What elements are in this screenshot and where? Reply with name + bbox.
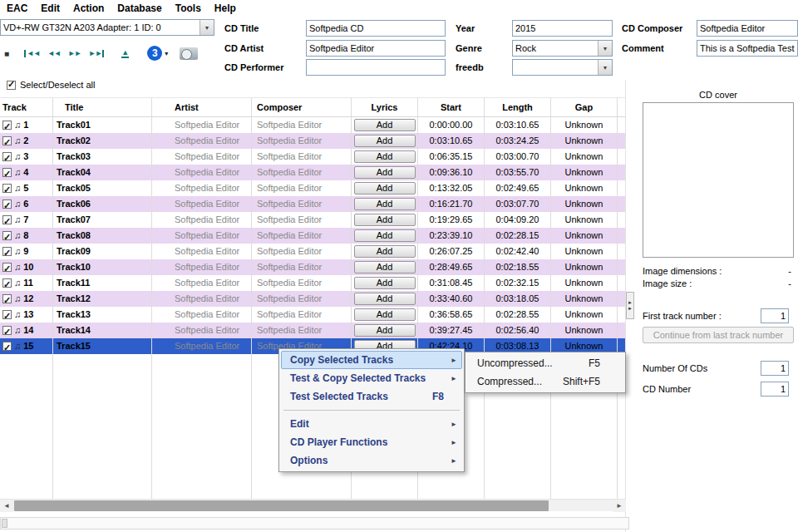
add-lyrics-button[interactable]: Add [354, 166, 416, 179]
prev-track-icon[interactable]: ◄◄ [24, 49, 40, 57]
menu-action[interactable]: Action [66, 2, 111, 14]
add-lyrics-button[interactable]: Add [354, 198, 416, 210]
table-row[interactable]: ♫7Track07Softpedia EditorSoftpedia Edito… [0, 212, 626, 228]
track-checkbox[interactable] [2, 342, 12, 351]
table-row[interactable]: ♫3Track03Softpedia EditorSoftpedia Edito… [0, 149, 626, 165]
eject-icon[interactable]: ▲ [121, 49, 129, 58]
chevron-down-icon[interactable]: ▼ [200, 20, 214, 35]
drive-selector[interactable]: VD+-RW GT32N A203 Adapter: 1 ID: 0 ▼ [0, 19, 214, 36]
track-checkbox[interactable] [2, 247, 12, 256]
bottom-scrollbar[interactable] [0, 517, 629, 530]
menu-item[interactable]: CD Player Functions► [281, 433, 462, 451]
table-row[interactable]: ♫8Track08Softpedia EditorSoftpedia Edito… [0, 228, 626, 244]
menu-tools[interactable]: Tools [169, 2, 208, 14]
scroll-right-icon[interactable]: ► [613, 500, 626, 512]
add-lyrics-button[interactable]: Add [354, 214, 416, 226]
menu-edit[interactable]: Edit [34, 2, 66, 14]
profile-badge[interactable]: 3 [147, 46, 162, 61]
add-lyrics-button[interactable]: Add [354, 182, 416, 195]
track-checkbox[interactable] [2, 294, 12, 303]
track-checkbox[interactable] [2, 200, 12, 209]
add-lyrics-button[interactable]: Add [354, 277, 416, 289]
table-row[interactable]: ♫4Track04Softpedia EditorSoftpedia Edito… [0, 165, 626, 180]
scroll-left-icon[interactable]: ◄ [0, 500, 13, 512]
submenu-shortcut: F5 [589, 357, 615, 369]
table-row[interactable]: ♫12Track12Softpedia EditorSoftpedia Edit… [0, 291, 626, 307]
cd-drive-icon[interactable] [180, 47, 198, 60]
track-checkbox[interactable] [2, 215, 12, 224]
select-all-checkbox[interactable] [7, 81, 16, 90]
genre-select[interactable]: Rock ▼ [512, 40, 613, 57]
cd-artist-input[interactable] [306, 40, 446, 57]
track-cell: ♫9 [0, 244, 53, 259]
table-row[interactable]: ♫14Track14Softpedia EditorSoftpedia Edit… [0, 323, 626, 338]
lyrics-cell: Add [352, 212, 418, 228]
cd-number-input[interactable] [761, 382, 789, 397]
track-checkbox[interactable] [2, 278, 12, 288]
menu-item[interactable]: Test & Copy Selected Tracks► [281, 369, 462, 387]
track-checkbox[interactable] [2, 231, 12, 240]
continue-from-last-track-button[interactable]: Continue from last track number [643, 327, 794, 343]
stop-icon[interactable]: ■ [4, 49, 9, 58]
scrollbar-thumb[interactable] [14, 500, 549, 511]
submenu-item[interactable]: Compressed...Shift+F5 [467, 372, 623, 391]
table-row[interactable]: ♫10Track10Softpedia EditorSoftpedia Edit… [0, 259, 626, 275]
table-row[interactable]: ♫13Track13Softpedia EditorSoftpedia Edit… [0, 307, 626, 323]
track-length: 0:02:28.55 [485, 307, 551, 323]
table-row[interactable]: ♫5Track05Softpedia EditorSoftpedia Edito… [0, 180, 626, 196]
freedb-select[interactable]: ▼ [512, 59, 613, 76]
track-cell: ♫2 [0, 133, 53, 149]
track-checkbox[interactable] [2, 310, 12, 319]
track-checkbox[interactable] [2, 152, 12, 161]
track-checkbox[interactable] [2, 326, 12, 335]
cd-title-input[interactable] [306, 20, 446, 37]
fast-forward-icon[interactable]: ►► [68, 49, 81, 57]
menu-help[interactable]: Help [208, 2, 243, 14]
add-lyrics-button[interactable]: Add [354, 324, 416, 337]
menu-item[interactable]: Edit► [281, 415, 462, 433]
year-input[interactable] [512, 20, 613, 37]
add-lyrics-button[interactable]: Add [354, 245, 416, 258]
menu-item[interactable]: Test Selected TracksF8 [281, 387, 462, 406]
table-row[interactable]: ♫6Track06Softpedia EditorSoftpedia Edito… [0, 196, 626, 212]
submenu-item[interactable]: Uncompressed...F5 [467, 354, 623, 372]
profile-dropdown-icon[interactable]: ▾ [165, 50, 168, 57]
first-track-number-input[interactable] [761, 308, 789, 323]
add-lyrics-button[interactable]: Add [354, 135, 416, 147]
table-row[interactable]: ♫1Track01Softpedia EditorSoftpedia Edito… [0, 117, 626, 133]
track-cell: ♫8 [0, 228, 53, 244]
add-lyrics-button[interactable]: Add [354, 119, 416, 131]
cd-composer-input[interactable] [697, 20, 798, 37]
track-checkbox[interactable] [2, 184, 12, 193]
menu-database[interactable]: Database [111, 2, 168, 14]
chevron-down-icon[interactable]: ▼ [598, 60, 612, 75]
track-checkbox[interactable] [2, 121, 12, 130]
cd-performer-input[interactable] [306, 59, 446, 76]
track-checkbox[interactable] [2, 263, 12, 272]
track-checkbox[interactable] [2, 136, 12, 145]
add-lyrics-button[interactable]: Add [354, 293, 416, 305]
cd-cover-box[interactable] [643, 102, 794, 258]
panel-collapse-button[interactable]: ►► [626, 292, 634, 319]
track-gap: Unknown [551, 244, 618, 259]
rewind-icon[interactable]: ◄◄ [47, 49, 61, 57]
number-of-cds-input[interactable] [761, 361, 789, 376]
add-lyrics-button[interactable]: Add [354, 261, 416, 273]
track-checkbox[interactable] [2, 168, 12, 177]
add-lyrics-button[interactable]: Add [354, 150, 416, 163]
add-lyrics-button[interactable]: Add [354, 308, 416, 321]
track-cell: ♫13 [0, 307, 53, 323]
add-lyrics-button[interactable]: Add [354, 229, 416, 242]
table-row[interactable]: ♫2Track02Softpedia EditorSoftpedia Edito… [0, 133, 626, 149]
comment-input[interactable] [697, 40, 798, 57]
chevron-down-icon[interactable]: ▼ [598, 41, 612, 56]
select-all[interactable]: Select/Deselect all [7, 80, 96, 90]
next-track-icon[interactable]: ►► [89, 49, 105, 57]
table-row[interactable]: ♫11Track11Softpedia EditorSoftpedia Edit… [0, 275, 626, 291]
menu-item[interactable]: Copy Selected Tracks► [281, 351, 462, 369]
table-row[interactable]: ♫9Track09Softpedia EditorSoftpedia Edito… [0, 244, 626, 259]
bottom-scrollbar-thumb[interactable] [2, 519, 7, 528]
menu-eac[interactable]: EAC [0, 2, 34, 14]
menu-item[interactable]: Options► [281, 451, 462, 470]
horizontal-scrollbar[interactable]: ◄ ► [0, 499, 626, 511]
